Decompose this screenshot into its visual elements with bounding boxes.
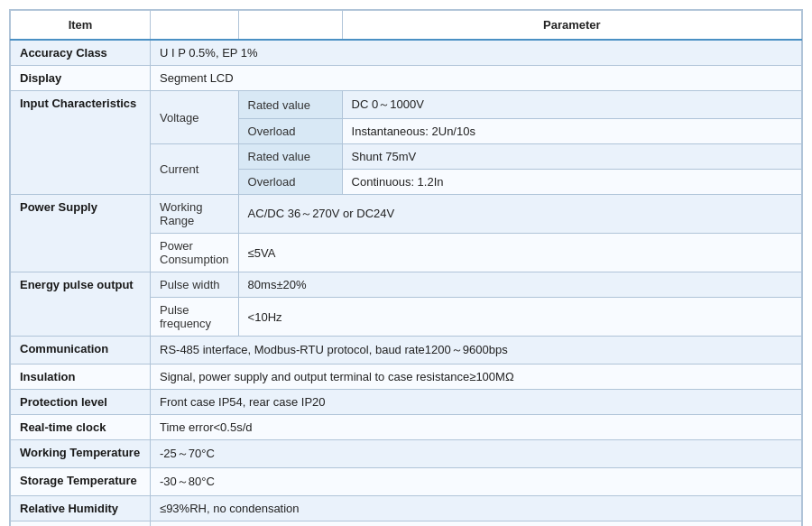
item-cell: Real-time clock	[11, 415, 151, 440]
spec-table: Item Parameter Accuracy ClassU I P 0.5%,…	[9, 9, 803, 526]
param-cell: DC 0～1000V	[342, 91, 801, 119]
item-cell: Display	[11, 66, 151, 91]
header-item: Item	[11, 11, 151, 41]
sub-sub-item-cell: Overload	[238, 119, 342, 144]
item-cell: Working Temperature	[11, 440, 151, 468]
table-row: CommunicationRS-485 interface, Modbus-RT…	[11, 337, 802, 365]
sub-sub-item-cell: Rated value	[238, 91, 342, 119]
header-subsub	[238, 11, 342, 41]
header-parameter: Parameter	[342, 11, 801, 41]
header-sub	[151, 11, 239, 41]
table-row: Energy pulse outputPulse width80ms±20%	[11, 272, 802, 298]
param-cell: Instantaneous: 2Un/10s	[342, 119, 801, 144]
item-cell: Communication	[11, 337, 151, 365]
item-cell: Relative Humidity	[11, 496, 151, 521]
param-cell: Continuous: 1.2In	[342, 170, 801, 195]
item-cell: Altitude	[11, 521, 151, 527]
param-cell: ≤5VA	[238, 234, 801, 272]
table-row: Protection levelFront case IP54, rear ca…	[11, 390, 802, 415]
table-row: InsulationSignal, power supply and outpu…	[11, 365, 802, 390]
item-cell: Power Supply	[11, 195, 151, 272]
item-cell: Protection level	[11, 390, 151, 415]
item-cell: Insulation	[11, 365, 151, 390]
param-cell: U I P 0.5%, EP 1%	[151, 40, 802, 66]
sub-sub-item-cell: Overload	[238, 170, 342, 195]
param-cell: -30～80°C	[151, 468, 802, 496]
param-cell: Front case IP54, rear case IP20	[151, 390, 802, 415]
sub-item-cell: Pulse width	[151, 272, 239, 298]
table-row: Altitude≤2500m	[11, 521, 802, 527]
table-row: DisplaySegment LCD	[11, 66, 802, 91]
sub-item-cell: Voltage	[151, 91, 239, 144]
param-cell: Segment LCD	[151, 66, 802, 91]
param-cell: ≤93%RH, no condensation	[151, 496, 802, 521]
table-row: Power SupplyWorking RangeAC/DC 36～270V o…	[11, 195, 802, 234]
sub-item-cell: Pulse frequency	[151, 298, 239, 337]
item-cell: Energy pulse output	[11, 272, 151, 337]
param-cell: Signal, power supply and output terminal…	[151, 365, 802, 390]
sub-item-cell: Current	[151, 144, 239, 195]
param-cell: Time error<0.5s/d	[151, 415, 802, 440]
item-cell: Input Characteristics	[11, 91, 151, 195]
param-cell: 80ms±20%	[238, 272, 801, 298]
table-row: Real-time clockTime error<0.5s/d	[11, 415, 802, 440]
table-row: Storage Temperature-30～80°C	[11, 468, 802, 496]
param-cell: -25～70°C	[151, 440, 802, 468]
item-cell: Accuracy Class	[11, 40, 151, 66]
param-cell: ≤2500m	[151, 521, 802, 527]
param-cell: RS-485 interface, Modbus-RTU protocol, b…	[151, 337, 802, 365]
param-cell: <10Hz	[238, 298, 801, 337]
item-cell: Storage Temperature	[11, 468, 151, 496]
param-cell: AC/DC 36～270V or DC24V	[238, 195, 801, 234]
table-row: Accuracy ClassU I P 0.5%, EP 1%	[11, 40, 802, 66]
sub-item-cell: Working Range	[151, 195, 239, 234]
sub-sub-item-cell: Rated value	[238, 144, 342, 170]
sub-item-cell: Power Consumption	[151, 234, 239, 272]
table-row: Input CharacteristicsVoltageRated valueD…	[11, 91, 802, 119]
param-cell: Shunt 75mV	[342, 144, 801, 170]
table-row: Relative Humidity≤93%RH, no condensation	[11, 496, 802, 521]
table-row: Working Temperature-25～70°C	[11, 440, 802, 468]
